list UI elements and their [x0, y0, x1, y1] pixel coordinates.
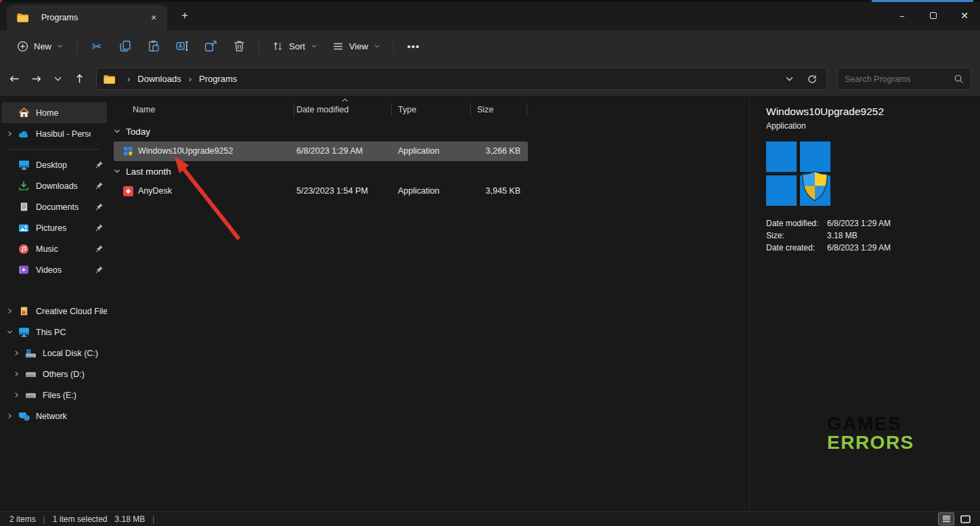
back-button[interactable] [4, 68, 25, 89]
chevron-down-icon[interactable] [1, 328, 18, 336]
sidebar-item-label: Local Disk (C:) [43, 349, 107, 358]
sidebar-item-music[interactable]: Music [1, 238, 107, 259]
rename-button[interactable] [168, 35, 196, 58]
chevron-right-icon[interactable] [1, 307, 18, 315]
breadcrumb-downloads[interactable]: Downloads [136, 74, 182, 84]
details-view-toggle[interactable] [938, 512, 954, 525]
close-button[interactable]: ✕ [949, 0, 980, 30]
watermark-line1: GAMES [827, 414, 914, 433]
address-dropdown-button[interactable] [780, 74, 799, 83]
chevron-right-icon[interactable] [1, 130, 18, 137]
sidebar-item-videos[interactable]: Videos [1, 259, 107, 280]
search-input[interactable] [845, 74, 954, 84]
breadcrumb-programs[interactable]: Programs [198, 74, 238, 84]
videos-icon [18, 265, 30, 275]
column-name[interactable]: Name [133, 105, 155, 114]
sidebar-item-network[interactable]: Network [1, 406, 107, 426]
minimize-button[interactable]: – [887, 0, 918, 30]
see-more-button[interactable]: ••• [399, 35, 428, 58]
group-header-today[interactable]: Today [108, 121, 749, 141]
sidebar-item-local-disk-c[interactable]: Local Disk (C:) [1, 343, 107, 364]
new-button[interactable]: New [9, 35, 71, 58]
field-label: Date created: [766, 242, 827, 254]
sort-button[interactable]: Sort [265, 35, 325, 58]
view-button[interactable]: View [325, 35, 388, 58]
chevron-down-icon [311, 43, 317, 49]
copy-button[interactable] [111, 35, 139, 58]
plus-circle-icon [17, 41, 28, 52]
column-date-modified[interactable]: Date modified [296, 105, 349, 114]
search-box[interactable] [837, 68, 971, 90]
up-button[interactable] [69, 68, 90, 89]
file-row-anydesk[interactable]: AnyDesk 5/23/2023 1:54 PM Application 3,… [114, 181, 528, 201]
sidebar-item-pictures[interactable]: Pictures [1, 217, 107, 238]
watermark-line2: ERRORS [827, 433, 914, 452]
tab-close-icon[interactable]: ✕ [146, 9, 162, 26]
file-type: Application [398, 146, 439, 156]
toolbar-separator [259, 38, 259, 54]
sidebar-item-home[interactable]: Home [1, 102, 107, 123]
sidebar-item-downloads[interactable]: Downloads [1, 175, 107, 196]
onedrive-cloud-icon [18, 130, 30, 138]
sort-ascending-icon [341, 97, 349, 103]
group-label: Today [126, 127, 150, 137]
top-edge-artifact [0, 0, 980, 2]
sidebar-item-label: This PC [36, 328, 107, 337]
paste-button[interactable] [139, 35, 168, 58]
sidebar-item-others-d[interactable]: Others (D:) [1, 364, 107, 385]
forward-button[interactable] [26, 68, 47, 89]
new-tab-button[interactable]: + [176, 7, 194, 24]
network-icon [18, 411, 30, 421]
details-subtitle: Application [766, 121, 980, 131]
windows-upgrade-app-icon [123, 146, 133, 156]
chevron-right-icon[interactable] [8, 370, 24, 378]
recent-locations-button[interactable] [47, 68, 68, 89]
column-size[interactable]: Size [477, 105, 493, 114]
tab-programs[interactable]: Programs ✕ [7, 5, 167, 30]
chevron-right-icon[interactable] [8, 349, 24, 357]
anydesk-app-icon [123, 186, 133, 196]
file-name: AnyDesk [138, 186, 172, 196]
column-type[interactable]: Type [398, 105, 416, 114]
sidebar-item-desktop[interactable]: Desktop [1, 154, 107, 175]
chevron-right-icon[interactable] [1, 412, 18, 420]
games-errors-watermark: GAMES ERRORS [827, 414, 914, 452]
more-icon: ••• [407, 41, 420, 52]
pin-icon [91, 202, 107, 211]
pin-icon [91, 160, 107, 169]
status-separator: | [152, 514, 154, 524]
cut-button[interactable]: ✂ [83, 35, 111, 58]
sort-button-label: Sort [289, 41, 305, 51]
windows-upgrade-large-icon [766, 141, 831, 206]
sidebar-item-documents[interactable]: Documents [1, 196, 107, 217]
copy-icon [119, 40, 131, 52]
group-header-last-month[interactable]: Last month [108, 161, 749, 181]
up-arrow-icon [74, 73, 85, 85]
chevron-right-icon[interactable] [8, 391, 24, 399]
refresh-button[interactable] [804, 74, 820, 85]
view-button-label: View [349, 41, 368, 51]
file-size: 3,945 KB [486, 186, 520, 196]
details-title: Windows10Upgrade9252 [766, 106, 980, 118]
share-button[interactable] [196, 35, 225, 58]
large-icons-view-icon [960, 515, 971, 523]
sidebar-item-creative-cloud[interactable]: Creative Cloud Files [1, 301, 107, 322]
command-toolbar: New ✂ Sort View ••• [0, 30, 980, 62]
file-row-windows10upgrade[interactable]: Windows10Upgrade9252 6/8/2023 1:29 AM Ap… [114, 141, 528, 161]
sidebar-item-onedrive[interactable]: Hasibul - Personal [1, 123, 107, 144]
chevron-down-icon [785, 74, 794, 83]
sidebar-item-this-pc[interactable]: This PC [1, 322, 107, 343]
sidebar-item-label: Desktop [36, 160, 91, 170]
maximize-button[interactable] [918, 0, 949, 30]
sidebar-item-label: Downloads [36, 181, 91, 191]
music-icon [18, 244, 30, 255]
delete-button[interactable] [225, 35, 253, 58]
search-icon [954, 74, 964, 84]
navigation-sidebar: Home Hasibul - Personal Desktop Down [0, 97, 108, 511]
address-bar[interactable]: › Downloads › Programs [96, 68, 827, 90]
sidebar-item-files-e[interactable]: Files (E:) [1, 385, 107, 406]
forward-arrow-icon [30, 73, 42, 85]
paste-icon [148, 40, 160, 52]
large-icons-view-toggle[interactable] [957, 512, 973, 525]
details-field: Date modified: 6/8/2023 1:29 AM [766, 217, 980, 229]
